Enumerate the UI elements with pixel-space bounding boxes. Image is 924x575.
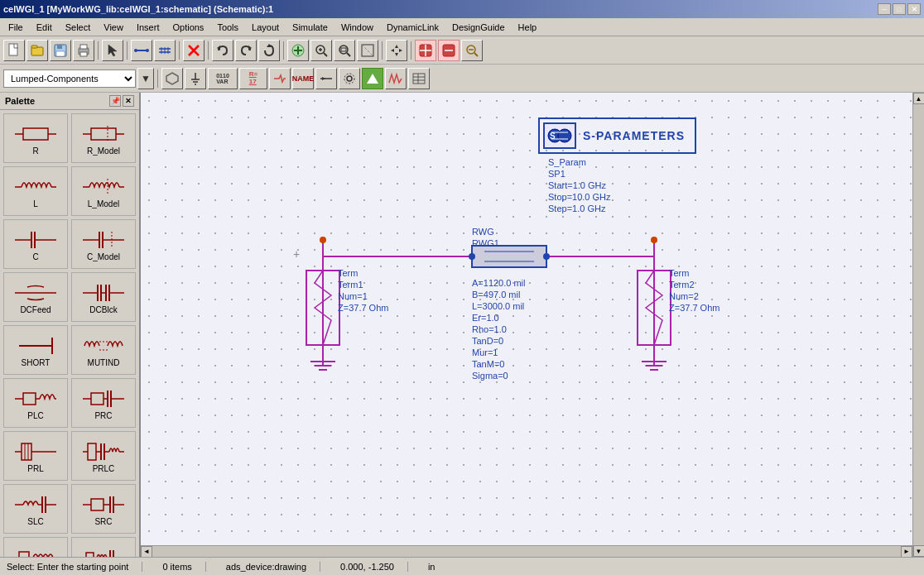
palette-item-plc[interactable]: PLC — [3, 378, 68, 428]
palette-item-short[interactable]: SHORT — [3, 325, 68, 375]
term2-label: Term — [669, 268, 689, 278]
palette-item-dcfeed[interactable]: DCFeed — [3, 272, 68, 322]
table-button[interactable] — [408, 68, 430, 89]
svg-rect-5 — [56, 51, 65, 56]
menu-select[interactable]: Select — [59, 21, 98, 34]
scroll-down-button[interactable]: ▼ — [913, 545, 925, 557]
scroll-up-button[interactable]: ▲ — [913, 93, 925, 104]
palette-item-dcblck[interactable]: DCBlck — [71, 272, 136, 322]
palette-label-mutind: MUTIND — [88, 358, 120, 367]
rwg-tand: TanD=0 — [472, 336, 503, 346]
rwg-l: L=3000.0 mil — [472, 301, 524, 311]
palette-item-cmodel[interactable]: C_Model — [71, 219, 136, 269]
var-button[interactable]: 0110VAR — [208, 68, 238, 89]
menu-file[interactable]: File — [2, 21, 30, 34]
palette-item-srl[interactable]: SRL — [3, 537, 68, 557]
zoom-box-button[interactable] — [357, 40, 378, 61]
print-button[interactable] — [73, 40, 94, 61]
sep4 — [208, 41, 209, 60]
palette-header: Palette 📌 ✕ — [0, 93, 139, 110]
shape-button[interactable] — [161, 68, 183, 89]
menu-designguide[interactable]: DesignGuide — [445, 21, 512, 34]
palette-item-srlc[interactable]: SRLC — [71, 537, 136, 557]
menu-window[interactable]: Window — [334, 21, 380, 34]
rwg-er: Er=1.0 — [472, 313, 499, 323]
maximize-button[interactable]: □ — [893, 3, 906, 15]
redo-button[interactable] — [235, 40, 257, 61]
rotate-button[interactable] — [258, 40, 280, 61]
close-button[interactable]: ✕ — [907, 3, 921, 15]
move-button[interactable] — [386, 40, 407, 61]
up-arrow-button[interactable] — [362, 68, 383, 89]
menu-layout[interactable]: Layout — [245, 21, 286, 34]
svg-point-55 — [344, 74, 354, 84]
palette-title: Palette — [5, 96, 35, 106]
open-button[interactable] — [26, 40, 48, 61]
palette-label-src: SRC — [94, 517, 112, 526]
palette-controls: 📌 ✕ — [109, 95, 134, 107]
menu-view[interactable]: View — [97, 21, 130, 34]
sim-button[interactable] — [415, 40, 436, 61]
palette-grid: R R_Model L — [0, 110, 139, 557]
bus-button[interactable] — [154, 40, 176, 61]
menu-insert[interactable]: Insert — [130, 21, 166, 34]
palette-pin-button[interactable]: 📌 — [109, 95, 121, 107]
gear-button[interactable] — [339, 68, 360, 89]
menu-dynamiclink[interactable]: DynamicLink — [380, 21, 445, 34]
zoom-fit-button[interactable] — [334, 40, 355, 61]
rwg-mur: Mur=1 — [472, 347, 498, 357]
window-title: celWGI_1 [MyWorkWG_lib:celWGI_1:schemati… — [3, 4, 878, 14]
palette-item-prc[interactable]: PRC — [71, 378, 136, 428]
param-button[interactable]: R=17 — [239, 68, 267, 89]
palette-item-lmodel[interactable]: L_Model — [71, 166, 136, 216]
palette-item-c[interactable]: C — [3, 219, 68, 269]
palette-item-prlc[interactable]: PRLC — [71, 431, 136, 481]
select-button[interactable] — [102, 40, 123, 61]
palette-label-dcblck: DCBlck — [89, 305, 117, 314]
palette-item-rmodel[interactable]: R_Model — [71, 113, 136, 163]
schematic-canvas[interactable]: + S S-PARAMETERS S_Param SP1 Start=1.0 G… — [141, 93, 924, 557]
insert-comp-button[interactable] — [287, 40, 309, 61]
scroll-left-button[interactable]: ◄ — [141, 546, 152, 558]
palette-label-lmodel: L_Model — [88, 199, 119, 208]
gnd-button[interactable] — [185, 68, 206, 89]
sim2-button[interactable] — [438, 40, 460, 61]
probe-button[interactable] — [269, 68, 291, 89]
h-scroll-track[interactable] — [152, 546, 901, 558]
menu-bar: File Edit Select View Insert Options Too… — [0, 18, 924, 36]
menu-help[interactable]: Help — [512, 21, 544, 34]
palette-item-r[interactable]: R — [3, 113, 68, 163]
scroll-track[interactable] — [913, 104, 925, 545]
dropdown-arrow-button[interactable]: ▼ — [137, 68, 154, 89]
palette-item-prl[interactable]: PRL — [3, 431, 68, 481]
palette-item-slc[interactable]: SLC — [3, 484, 68, 534]
component-dropdown[interactable]: Lumped-Components — [3, 69, 136, 88]
menu-tools[interactable]: Tools — [210, 21, 245, 34]
zoom-in-button[interactable] — [310, 40, 332, 61]
minimize-button[interactable]: ─ — [878, 3, 891, 15]
palette-item-src[interactable]: SRC — [71, 484, 136, 534]
undo-button[interactable] — [212, 40, 233, 61]
s-params-box[interactable]: S S-PARAMETERS — [538, 117, 696, 154]
wave-button[interactable] — [385, 68, 407, 89]
magnify-button[interactable] — [461, 40, 483, 61]
palette-close-button[interactable]: ✕ — [123, 95, 134, 107]
bottom-scrollbar[interactable]: ◄ ► — [141, 545, 912, 557]
wire-button[interactable] — [131, 40, 152, 61]
menu-options[interactable]: Options — [166, 21, 210, 34]
name-button[interactable]: NAME — [292, 68, 314, 89]
scroll-right-button[interactable]: ► — [901, 546, 912, 558]
menu-simulate[interactable]: Simulate — [286, 21, 334, 34]
palette-label-l: L — [33, 199, 38, 208]
wire-label-button[interactable] — [315, 68, 337, 89]
right-scrollbar[interactable]: ▲ ▼ — [912, 93, 924, 557]
palette-label-prc: PRC — [94, 411, 112, 420]
palette-item-l[interactable]: L — [3, 166, 68, 216]
save-button[interactable] — [50, 40, 71, 61]
delete-button[interactable] — [183, 40, 205, 61]
new-button[interactable] — [3, 40, 25, 61]
menu-edit[interactable]: Edit — [30, 21, 59, 34]
svg-point-161 — [558, 129, 571, 142]
palette-item-mutind[interactable]: MUTIND — [71, 325, 136, 375]
svg-point-146 — [320, 237, 326, 243]
